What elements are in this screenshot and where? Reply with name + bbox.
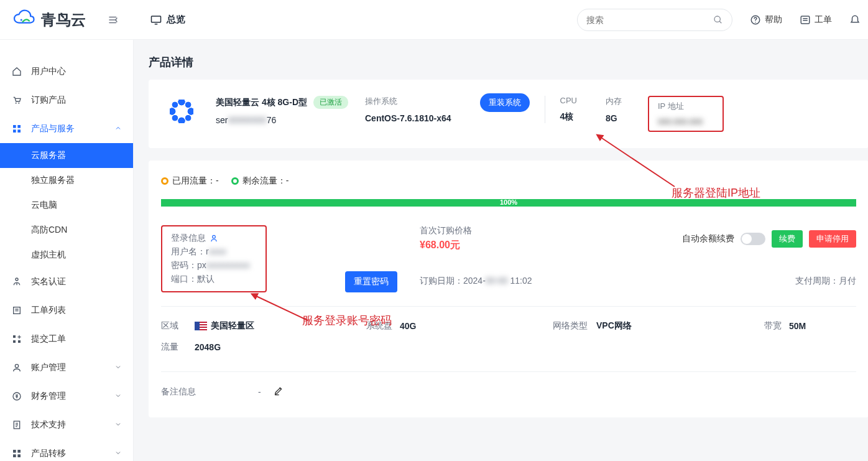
- svg-rect-1: [152, 16, 161, 22]
- sidebar-item-user-center[interactable]: 用户中心: [0, 57, 133, 86]
- svg-point-2: [714, 16, 720, 22]
- user-icon: [12, 363, 22, 373]
- svg-point-0: [21, 19, 22, 21]
- header: 青鸟云 总览 帮助 工单: [0, 0, 868, 40]
- sidebar-item-label: 云服务器: [31, 150, 66, 161]
- overview-label: 总览: [167, 14, 185, 26]
- sidebar-item-label: 技术支持: [31, 419, 114, 431]
- sidebar-collapse-toggle[interactable]: [104, 11, 122, 29]
- login-pass-label: 密码：: [171, 260, 197, 270]
- login-user-label: 用户名：: [171, 246, 206, 256]
- ticket-label: 工单: [815, 14, 832, 26]
- chevron-down-icon: [114, 363, 122, 371]
- sidebar-item-label: 用户中心: [31, 66, 122, 77]
- sidebar-sub-cloud-pc[interactable]: 云电脑: [0, 193, 133, 218]
- traffic-summary: 已用流量：- 剩余流量：-: [161, 175, 856, 187]
- sidebar-item-label: 订购产品: [31, 95, 122, 106]
- cart-icon: [12, 95, 22, 105]
- plus-grid-icon: [12, 334, 22, 344]
- reset-password-button[interactable]: 重置密码: [345, 271, 397, 292]
- sidebar-sub-dedicated[interactable]: 独立服务器: [0, 168, 133, 193]
- spec-bw-label: 带宽: [764, 320, 789, 332]
- sidebar-item-label: 实名认证: [31, 276, 122, 287]
- sidebar: 用户中心 订购产品 产品与服务 云服务器 独立服务器 云电脑 高防CDN 虚拟主…: [0, 40, 134, 461]
- help-label: 帮助: [765, 14, 782, 26]
- os-label: 操作系统: [365, 96, 451, 107]
- reinstall-button[interactable]: 重装系统: [480, 93, 530, 112]
- sidebar-item-label: 产品转移: [31, 448, 114, 459]
- svg-point-24: [213, 235, 216, 238]
- page-title: 产品详情: [134, 40, 868, 80]
- sidebar-item-label: 高防CDN: [31, 225, 67, 236]
- ticket-icon: [800, 14, 811, 26]
- traffic-bar-text: 100%: [500, 198, 517, 206]
- svg-point-12: [16, 278, 18, 281]
- sidebar-sub-cdn[interactable]: 高防CDN: [0, 218, 133, 243]
- sidebar-sub-cloud-server[interactable]: 云服务器: [0, 143, 133, 168]
- sidebar-item-realname[interactable]: 实名认证: [0, 268, 133, 296]
- order-date: 订购日期：2024-00-00 11:02: [420, 276, 532, 287]
- svg-rect-11: [17, 129, 21, 133]
- remark-value: -: [258, 387, 261, 397]
- auto-renew-label: 自动余额续费: [682, 233, 734, 244]
- spec-bw-value: 50M: [789, 321, 806, 331]
- remark-label: 备注信息: [161, 386, 196, 398]
- money-icon: [12, 391, 22, 401]
- sidebar-item-account[interactable]: 账户管理: [0, 353, 133, 382]
- pay-cycle: 支付周期：月付: [795, 276, 856, 287]
- sidebar-item-migrate[interactable]: 产品转移: [0, 439, 133, 461]
- sidebar-item-submit-ticket[interactable]: 提交工单: [0, 325, 133, 353]
- svg-rect-15: [13, 340, 16, 343]
- search-box[interactable]: [577, 9, 732, 31]
- mem-value: 8G: [606, 113, 622, 123]
- svg-rect-10: [13, 129, 16, 133]
- sidebar-item-order-product[interactable]: 订购产品: [0, 86, 133, 114]
- user-outline-icon: [210, 234, 218, 243]
- svg-point-7: [18, 103, 19, 104]
- sidebar-item-label: 虚拟主机: [31, 249, 66, 261]
- dot-used-icon: [161, 177, 169, 185]
- help-link[interactable]: 帮助: [750, 14, 782, 26]
- svg-rect-21: [17, 450, 21, 453]
- spec-net-label: 网络类型: [553, 320, 596, 332]
- renew-button[interactable]: 续费: [772, 230, 803, 248]
- notification-bell[interactable]: [849, 14, 861, 26]
- spec-disk-label: 系统盘: [366, 320, 400, 332]
- svg-rect-8: [13, 125, 16, 128]
- dot-remain-icon: [231, 177, 239, 185]
- ticket-link[interactable]: 工单: [800, 14, 832, 26]
- logo[interactable]: 青鸟云: [12, 9, 86, 31]
- first-price-label: 首次订购价格: [420, 225, 472, 236]
- traffic-bar: 100%: [161, 199, 856, 207]
- search-input[interactable]: [586, 15, 713, 25]
- sidebar-item-products-services[interactable]: 产品与服务: [0, 114, 133, 143]
- request-stop-button[interactable]: 申请停用: [809, 230, 856, 248]
- spec-net-value: VPC网络: [596, 320, 632, 332]
- spec-region-value: 美国轻量区: [211, 320, 254, 332]
- sidebar-item-label: 财务管理: [31, 391, 114, 402]
- cpu-label: CPU: [560, 96, 577, 105]
- auto-renew-toggle[interactable]: [741, 233, 765, 245]
- menu-collapse-icon: [108, 14, 119, 26]
- sidebar-item-finance[interactable]: 财务管理: [0, 382, 133, 411]
- sidebar-item-label: 工单列表: [31, 305, 122, 316]
- sidebar-item-label: 独立服务器: [31, 175, 75, 186]
- product-detail-card: 已用流量：- 剩余流量：- 100% 登录信息 用户名：rxxxx 密码：pxx…: [149, 161, 868, 417]
- sidebar-item-ticket-list[interactable]: 工单列表: [0, 296, 133, 325]
- us-flag-icon: [195, 322, 207, 330]
- chevron-down-icon: [114, 421, 122, 428]
- monitor-icon: [150, 15, 162, 25]
- sidebar-item-label: 产品与服务: [31, 123, 114, 134]
- svg-point-17: [15, 365, 18, 368]
- main-content: 产品详情 美国轻量云 4核 8G-D型 已激活 ser0000000076 操作…: [134, 40, 868, 461]
- login-info-box: 登录信息 用户名：rxxxx 密码：pxxxxxxxxxxx 端口：默认: [161, 225, 267, 292]
- sidebar-sub-vhost[interactable]: 虚拟主机: [0, 243, 133, 268]
- sidebar-item-support[interactable]: 技术支持: [0, 411, 133, 439]
- overview-link[interactable]: 总览: [150, 14, 185, 26]
- doc-icon: [12, 420, 22, 430]
- pencil-icon: [274, 386, 284, 396]
- status-badge: 已激活: [313, 96, 348, 109]
- grid-icon: [12, 124, 22, 134]
- edit-remark-button[interactable]: [274, 386, 284, 398]
- chevron-down-icon: [114, 449, 122, 457]
